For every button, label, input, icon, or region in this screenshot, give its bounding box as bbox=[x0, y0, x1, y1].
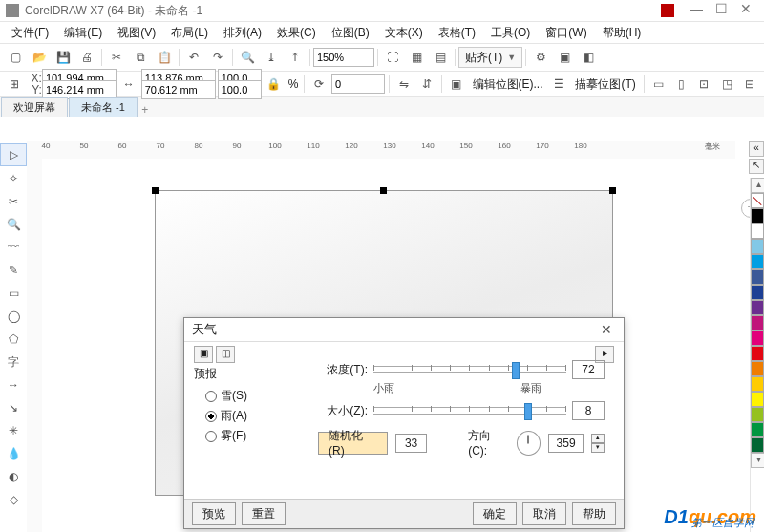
tab-add-button[interactable]: + bbox=[138, 103, 153, 117]
export-icon[interactable]: ⤒ bbox=[284, 46, 307, 69]
color-swatch[interactable] bbox=[751, 346, 764, 361]
size-slider[interactable] bbox=[373, 407, 566, 415]
height-input[interactable] bbox=[141, 80, 216, 99]
view-mode-2-icon[interactable]: ◫ bbox=[216, 346, 235, 363]
color-swatch[interactable] bbox=[751, 361, 764, 376]
color-swatch[interactable] bbox=[751, 300, 764, 315]
menu-o[interactable]: 工具(O) bbox=[483, 23, 538, 43]
color-swatch[interactable] bbox=[751, 269, 764, 285]
rulers-icon[interactable]: ▦ bbox=[405, 46, 428, 69]
reset-button[interactable]: 重置 bbox=[242, 502, 286, 525]
misc-icon-3[interactable]: ⊡ bbox=[693, 73, 714, 96]
trace-icon[interactable]: ☰ bbox=[549, 73, 570, 96]
docker-pointer-icon[interactable]: ↖ bbox=[749, 159, 764, 174]
help-button[interactable]: 帮助 bbox=[572, 502, 616, 525]
preview-button[interactable]: 预览 bbox=[192, 502, 236, 525]
menu-v[interactable]: 视图(V) bbox=[110, 23, 163, 43]
palette-down-icon[interactable]: ▾ bbox=[751, 453, 764, 468]
color-swatch[interactable] bbox=[751, 422, 764, 437]
crop-tool-icon[interactable]: ✂ bbox=[0, 191, 27, 212]
color-swatch[interactable] bbox=[751, 208, 764, 223]
color-swatch[interactable] bbox=[751, 239, 764, 254]
options-icon[interactable]: ⚙ bbox=[529, 46, 552, 69]
menu-b[interactable]: 位图(B) bbox=[324, 23, 377, 43]
menu-t[interactable]: 表格(T) bbox=[431, 23, 483, 43]
new-icon[interactable]: ▢ bbox=[4, 46, 27, 69]
radio-rain[interactable]: 雨(A) bbox=[205, 408, 299, 424]
copy-icon[interactable]: ⧉ bbox=[129, 46, 152, 69]
view-mode-1-icon[interactable]: ▣ bbox=[194, 346, 213, 363]
pick-tool-icon[interactable]: ▷ bbox=[0, 143, 27, 166]
origin-icon[interactable]: ⊞ bbox=[4, 73, 25, 96]
menu-f[interactable]: 文件(F) bbox=[4, 23, 56, 43]
freehand-tool-icon[interactable]: 〰 bbox=[0, 237, 27, 258]
outline-tool-icon[interactable]: ◇ bbox=[0, 489, 27, 510]
direction-value[interactable]: 359 bbox=[548, 434, 584, 453]
text-tool-icon[interactable]: 字 bbox=[0, 351, 27, 372]
radio-snow[interactable]: 雪(S) bbox=[205, 388, 299, 404]
dialog-close-icon[interactable]: ✕ bbox=[597, 322, 616, 337]
color-swatch[interactable] bbox=[751, 407, 764, 422]
palette-up-icon[interactable]: ▴ bbox=[751, 178, 764, 193]
direction-spinner[interactable]: ▴▾ bbox=[591, 434, 605, 453]
snap-dropdown[interactable]: 贴齐(T)▼ bbox=[458, 47, 522, 68]
zoom-tool-icon[interactable]: 🔍 bbox=[0, 214, 27, 235]
rectangle-tool-icon[interactable]: ▭ bbox=[0, 283, 27, 304]
tab-welcome[interactable]: 欢迎屏幕 bbox=[1, 97, 68, 117]
effects-tool-icon[interactable]: ✳ bbox=[0, 420, 27, 441]
undo-icon[interactable]: ↶ bbox=[182, 46, 205, 69]
direction-dial[interactable] bbox=[517, 431, 541, 456]
menu-l[interactable]: 布局(L) bbox=[163, 23, 216, 43]
trace-bitmap-button[interactable]: 描摹位图(T) bbox=[571, 76, 639, 93]
menu-w[interactable]: 窗口(W) bbox=[538, 23, 594, 43]
crop-icon[interactable]: ▣ bbox=[446, 73, 467, 96]
color-swatch[interactable] bbox=[751, 315, 764, 330]
paste-icon[interactable]: 📋 bbox=[153, 46, 176, 69]
density-slider[interactable] bbox=[373, 366, 566, 373]
docker-expand-icon[interactable]: « bbox=[749, 141, 764, 157]
lock-ratio-icon[interactable]: 🔒 bbox=[264, 73, 285, 96]
open-icon[interactable]: 📂 bbox=[28, 46, 51, 69]
menu-a[interactable]: 排列(A) bbox=[216, 23, 269, 43]
randomize-button[interactable]: 随机化(R) bbox=[318, 432, 388, 455]
mirror-h-icon[interactable]: ⇋ bbox=[393, 73, 414, 96]
randomize-value[interactable]: 33 bbox=[395, 434, 427, 453]
dimension-tool-icon[interactable]: ↔ bbox=[0, 374, 27, 395]
misc-icon-5[interactable]: ⊟ bbox=[739, 73, 760, 96]
shape-tool-icon[interactable]: ✧ bbox=[0, 168, 27, 189]
color-swatch[interactable] bbox=[751, 254, 764, 269]
misc-icon-2[interactable]: ▯ bbox=[671, 73, 692, 96]
color-swatch[interactable] bbox=[751, 437, 764, 453]
launch-icon[interactable]: ▣ bbox=[553, 46, 576, 69]
ellipse-tool-icon[interactable]: ◯ bbox=[0, 306, 27, 327]
menu-x[interactable]: 文本(X) bbox=[377, 23, 431, 43]
print-icon[interactable]: 🖨 bbox=[75, 46, 98, 69]
color-swatch[interactable] bbox=[751, 223, 764, 239]
import-icon[interactable]: ⤓ bbox=[260, 46, 283, 69]
swatch-nocolor[interactable] bbox=[751, 193, 764, 208]
search-icon[interactable]: 🔍 bbox=[236, 46, 259, 69]
menu-h[interactable]: 帮助(H) bbox=[595, 23, 649, 43]
ok-button[interactable]: 确定 bbox=[473, 502, 517, 525]
eyedropper-tool-icon[interactable]: 💧 bbox=[0, 443, 27, 464]
color-swatch[interactable] bbox=[751, 392, 764, 407]
color-swatch[interactable] bbox=[751, 330, 764, 346]
pos-y-input[interactable] bbox=[42, 80, 117, 99]
app-icon2[interactable]: ◧ bbox=[577, 46, 600, 69]
cancel-button[interactable]: 取消 bbox=[522, 502, 566, 525]
maximize-button[interactable]: ☐ bbox=[709, 2, 733, 19]
close-button[interactable]: ✕ bbox=[733, 2, 758, 19]
smart-tool-icon[interactable]: ✎ bbox=[0, 260, 27, 281]
user-avatar-icon[interactable] bbox=[661, 4, 674, 17]
redo-icon[interactable]: ↷ bbox=[206, 46, 229, 69]
color-swatch[interactable] bbox=[751, 376, 764, 392]
save-icon[interactable]: 💾 bbox=[52, 46, 74, 69]
fullscreen-icon[interactable]: ⛶ bbox=[381, 46, 404, 69]
radio-fog[interactable]: 雾(F) bbox=[205, 428, 299, 444]
fill-tool-icon[interactable]: ◐ bbox=[0, 466, 27, 487]
size-value[interactable]: 8 bbox=[572, 401, 605, 420]
color-swatch[interactable] bbox=[751, 285, 764, 300]
mirror-v-icon[interactable]: ⇵ bbox=[416, 73, 437, 96]
cut-icon[interactable]: ✂ bbox=[105, 46, 128, 69]
tab-document[interactable]: 未命名 -1 bbox=[69, 97, 138, 117]
